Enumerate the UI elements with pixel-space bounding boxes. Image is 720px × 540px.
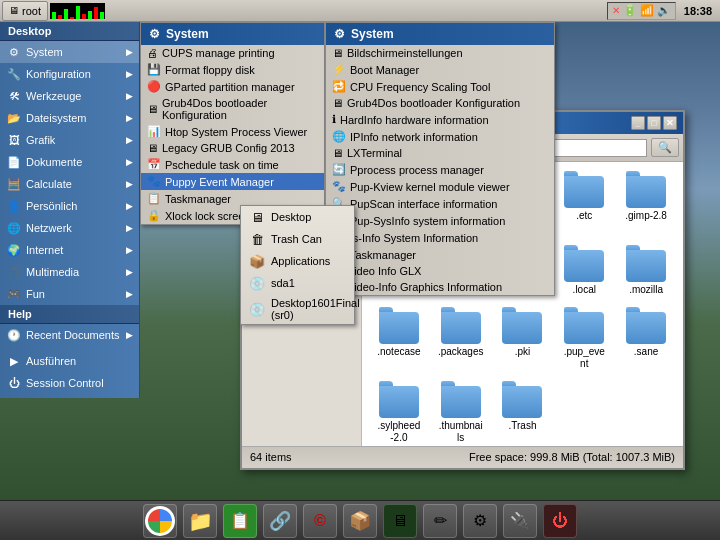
close-button[interactable]: ✕ [663,116,677,130]
power-icon: ⏻ [552,512,568,530]
submenu-puppy-event[interactable]: 🐾 Puppy Event Manager [141,173,324,190]
menu-item-dateisystem[interactable]: 📂 Dateisystem ▶ [0,107,139,129]
ctx-applications[interactable]: 📦 Applications [241,250,354,272]
root-button[interactable]: 🖥 root [2,1,48,21]
submenu2-pupscan[interactable]: 🔍 PupScan interface information [326,195,554,212]
applications-icon: 📦 [249,253,265,269]
minimize-button[interactable]: _ [631,116,645,130]
dock-network[interactable]: 🔗 [263,504,297,538]
submenu2-cpu-freq[interactable]: 🔁 CPU Frequency Scaling Tool [326,78,554,95]
submenu2-grub4dos[interactable]: 🖥 Grub4Dos bootloader Konfiguration [326,95,554,111]
submenu-system2-header: ⚙ System [326,23,554,45]
context-menu: 🖥 Desktop 🗑 Trash Can 📦 Applications 💿 s… [240,205,355,325]
submenu2-lxterminal[interactable]: 🖥 LXTerminal [326,145,554,161]
file-item[interactable]: .gimp-2.8 [619,172,673,238]
file-item[interactable]: .pki [496,308,550,374]
run-icon: ▶ [6,353,22,369]
dock-power[interactable]: ⏻ [543,504,577,538]
submenu2-hardinfo[interactable]: ℹ HardInfo hardware information [326,111,554,128]
menu-item-calculate[interactable]: 🧮 Calculate ▶ [0,173,139,195]
menu-item-session-control[interactable]: ⏻ Session Control [0,372,139,394]
close-icon: ✕ [612,5,620,16]
file-item[interactable]: .sylpheed-2.0 [372,382,426,446]
boot-icon: ⚡ [332,63,346,76]
maximize-button[interactable]: □ [647,116,661,130]
submenu-system-header: ⚙ System [141,23,324,45]
chrome-icon [145,506,175,536]
filesystem-icon: 📂 [6,110,22,126]
menu-item-system[interactable]: ⚙ System ▶ [0,41,139,63]
folder-icon [379,386,419,418]
menu-item-konfiguration[interactable]: 🔧 Konfiguration ▶ [0,63,139,85]
submenu2-videoglx[interactable]: 🎞 Video Info GLX [326,263,554,279]
file-item[interactable]: .local [557,246,611,300]
submenu2-bildschirm[interactable]: 🖥 Bildschirmeinstellungen [326,45,554,61]
file-item[interactable]: .Trash [496,382,550,446]
file-item[interactable]: .sane [619,308,673,374]
ctx-desktop1601[interactable]: 💿 Desktop1601Final (sr0) [241,294,354,324]
file-item[interactable]: .packages [434,308,488,374]
dock-package[interactable]: 📦 [343,504,377,538]
dock-folder[interactable]: 📁 [183,504,217,538]
dock-chrome[interactable] [143,504,177,538]
battery-icon: 🔋 [623,4,637,17]
search-button[interactable]: 🔍 [651,138,679,157]
file-item[interactable]: .mozilla [619,246,673,300]
system-icon: ⚙ [6,44,22,60]
folder-icon [626,176,666,208]
submenu-legacy-grub[interactable]: 🖥 Legacy GRUB Config 2013 [141,140,324,156]
submenu-grub4dos[interactable]: 🖥 Grub4Dos bootloader Konfiguration [141,95,324,123]
submenu-system2: ⚙ System 🖥 Bildschirmeinstellungen ⚡ Boo… [325,22,555,296]
menu-item-netzwerk[interactable]: 🌐 Netzwerk ▶ [0,217,139,239]
pupkview-icon: 🐾 [332,180,346,193]
dock-files2[interactable]: 📋 [223,504,257,538]
submenu-htop[interactable]: 📊 Htop System Process Viewer [141,123,324,140]
ctx-trash-can[interactable]: 🗑 Trash Can [241,228,354,250]
gparted-icon: 🔴 [147,80,161,93]
file-item[interactable]: .thumbnails [434,382,488,446]
ipinfo-icon: 🌐 [332,130,346,143]
submenu-cups[interactable]: 🖨 CUPS manage printing [141,45,324,61]
menu-item-multimedia[interactable]: 🎵 Multimedia ▶ [0,261,139,283]
menu-section-help: Help [0,305,139,324]
ctx-sda1[interactable]: 💿 sda1 [241,272,354,294]
submenu2-boot-manager[interactable]: ⚡ Boot Manager [326,61,554,78]
edit-icon: ✏ [434,511,447,530]
lxterminal-icon: 🖥 [332,147,343,159]
file-item[interactable]: .notecase [372,308,426,374]
menu-item-fun[interactable]: 🎮 Fun ▶ [0,283,139,305]
menu-item-recent-docs[interactable]: 🕐 Recent Documents ▶ [0,324,139,346]
dock-edit[interactable]: ✏ [423,504,457,538]
network-icon: 📶 [640,4,654,17]
dock-appstore[interactable]: © [303,504,337,538]
menu-item-ausfuhren[interactable]: ▶ Ausführen [0,350,139,372]
taskmanager-icon: 📋 [147,192,161,205]
submenu2-sysinfo[interactable]: ℹ Sys-Info System Information [326,229,554,246]
submenu2-pupsysinfo[interactable]: 🐾 Pup-SysInfo system information [326,212,554,229]
submenu-format-floppy[interactable]: 💾 Format floppy disk [141,61,324,78]
submenu-gparted[interactable]: 🔴 GParted partition manager [141,78,324,95]
folder-icon [626,312,666,344]
file-item[interactable]: .pup_event [557,308,611,374]
settings-icon: ⚙ [473,511,487,530]
file-item[interactable]: .etc [557,172,611,238]
internet-icon: 🌍 [6,242,22,258]
menu-item-personlich[interactable]: 👤 Persönlich ▶ [0,195,139,217]
submenu2-videographics[interactable]: 🎞 Video-Info Graphics Information [326,279,554,295]
submenu2-pprocess[interactable]: 🔄 Pprocess process manager [326,161,554,178]
menu-item-grafik[interactable]: 🖼 Grafik ▶ [0,129,139,151]
dock-connect[interactable]: 🔌 [503,504,537,538]
menu-item-internet[interactable]: 🌍 Internet ▶ [0,239,139,261]
menu-item-dokumente[interactable]: 📄 Dokumente ▶ [0,151,139,173]
docs-icon: 📄 [6,154,22,170]
submenu-pschedule[interactable]: 📅 Pschedule task on time [141,156,324,173]
menu-item-werkzeuge[interactable]: 🛠 Werkzeuge ▶ [0,85,139,107]
submenu2-taskmanager2[interactable]: 📋 Taskmanager [326,246,554,263]
submenu2-pupkview[interactable]: 🐾 Pup-Kview kernel module viewer [326,178,554,195]
dock-terminal[interactable]: 🖥 [383,504,417,538]
folder-icon [502,386,542,418]
grub-icon: 🖥 [147,103,158,115]
submenu2-ipinfo[interactable]: 🌐 IPInfo network information [326,128,554,145]
dock-settings[interactable]: ⚙ [463,504,497,538]
ctx-desktop[interactable]: 🖥 Desktop [241,206,354,228]
